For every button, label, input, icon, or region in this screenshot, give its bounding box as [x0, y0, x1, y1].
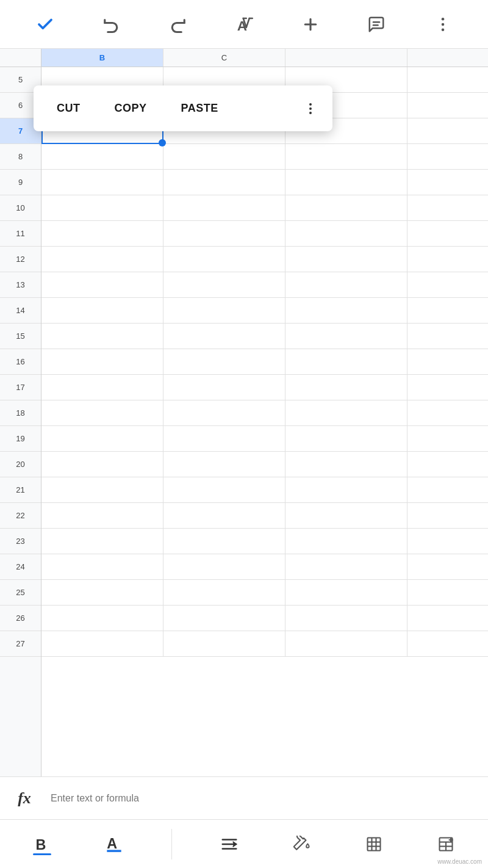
cell-d17[interactable]: [285, 375, 407, 400]
cell-c22[interactable]: [163, 503, 285, 529]
col-header-b[interactable]: B: [41, 49, 163, 67]
cell-b23[interactable]: [41, 529, 163, 554]
row-header-9[interactable]: 9: [0, 170, 41, 195]
row-header-12[interactable]: 12: [0, 247, 41, 272]
cell-c18[interactable]: [163, 400, 285, 426]
cell-d23[interactable]: [285, 529, 407, 554]
cell-b11[interactable]: [41, 221, 163, 247]
cell-d26[interactable]: [285, 606, 407, 631]
cell-c15[interactable]: [163, 324, 285, 349]
cell-e13[interactable]: [407, 272, 488, 298]
cell-e18[interactable]: [407, 400, 488, 426]
cell-d24[interactable]: [285, 554, 407, 580]
row-header-26[interactable]: 26: [0, 606, 41, 631]
cell-d13[interactable]: [285, 272, 407, 298]
cell-b14[interactable]: [41, 298, 163, 324]
cell-b16[interactable]: [41, 349, 163, 375]
row-header-8[interactable]: 8: [0, 144, 41, 170]
formula-input[interactable]: [51, 784, 479, 812]
cell-d12[interactable]: [285, 247, 407, 272]
fill-color-button[interactable]: [287, 831, 317, 858]
cell-c26[interactable]: [163, 606, 285, 631]
cell-c24[interactable]: [163, 554, 285, 580]
cut-button[interactable]: CUT: [40, 90, 98, 127]
row-header-15[interactable]: 15: [0, 324, 41, 349]
copy-button[interactable]: COPY: [98, 90, 164, 127]
cell-c23[interactable]: [163, 529, 285, 554]
cell-c27[interactable]: [163, 631, 285, 657]
cell-d14[interactable]: [285, 298, 407, 324]
text-format-button[interactable]: A: [229, 9, 259, 40]
cell-b24[interactable]: [41, 554, 163, 580]
col-header-d[interactable]: [285, 49, 407, 67]
cell-d9[interactable]: [285, 170, 407, 195]
cell-e7[interactable]: [407, 118, 488, 144]
cell-c14[interactable]: [163, 298, 285, 324]
cell-e9[interactable]: [407, 170, 488, 195]
row-header-11[interactable]: 11: [0, 221, 41, 247]
row-header-18[interactable]: 18: [0, 400, 41, 426]
cell-b9[interactable]: [41, 170, 163, 195]
row-header-14[interactable]: 14: [0, 298, 41, 324]
align-button[interactable]: [214, 830, 245, 858]
cell-e5[interactable]: [407, 67, 488, 93]
selection-handle-br[interactable]: [159, 139, 166, 146]
cell-c17[interactable]: [163, 375, 285, 400]
cell-d16[interactable]: [285, 349, 407, 375]
row-header-10[interactable]: 10: [0, 195, 41, 221]
more-button[interactable]: [428, 9, 458, 40]
cell-e10[interactable]: [407, 195, 488, 221]
cell-e15[interactable]: [407, 324, 488, 349]
row-header-24[interactable]: 24: [0, 554, 41, 580]
cell-d11[interactable]: [285, 221, 407, 247]
cell-e23[interactable]: [407, 529, 488, 554]
cell-e25[interactable]: [407, 580, 488, 606]
column-insert-button[interactable]: [431, 831, 461, 858]
col-header-e[interactable]: [407, 49, 488, 67]
redo-button[interactable]: [162, 9, 193, 40]
cell-b21[interactable]: [41, 477, 163, 503]
cell-d15[interactable]: [285, 324, 407, 349]
cell-e17[interactable]: [407, 375, 488, 400]
cell-e26[interactable]: [407, 606, 488, 631]
cell-c16[interactable]: [163, 349, 285, 375]
cell-c12[interactable]: [163, 247, 285, 272]
cell-c25[interactable]: [163, 580, 285, 606]
row-header-17[interactable]: 17: [0, 375, 41, 400]
cell-d20[interactable]: [285, 452, 407, 477]
cell-c8[interactable]: [163, 144, 285, 170]
cell-c19[interactable]: [163, 426, 285, 452]
cell-b18[interactable]: [41, 400, 163, 426]
cell-b22[interactable]: [41, 503, 163, 529]
cell-d27[interactable]: [285, 631, 407, 657]
row-header-21[interactable]: 21: [0, 477, 41, 503]
cell-c10[interactable]: [163, 195, 285, 221]
cell-c20[interactable]: [163, 452, 285, 477]
check-button[interactable]: [30, 9, 60, 40]
cell-b20[interactable]: [41, 452, 163, 477]
cell-d19[interactable]: [285, 426, 407, 452]
cell-e24[interactable]: [407, 554, 488, 580]
cell-d22[interactable]: [285, 503, 407, 529]
comment-button[interactable]: [361, 9, 392, 40]
col-header-c[interactable]: C: [163, 49, 285, 67]
cell-d21[interactable]: [285, 477, 407, 503]
row-header-25[interactable]: 25: [0, 580, 41, 606]
bold-button[interactable]: B: [27, 831, 57, 858]
row-header-13[interactable]: 13: [0, 272, 41, 298]
context-menu-more-button[interactable]: [295, 95, 326, 122]
cell-e14[interactable]: [407, 298, 488, 324]
font-color-button[interactable]: A: [99, 831, 129, 858]
cell-e20[interactable]: [407, 452, 488, 477]
cell-b26[interactable]: [41, 606, 163, 631]
row-header-20[interactable]: 20: [0, 452, 41, 477]
row-header-16[interactable]: 16: [0, 349, 41, 375]
row-header-22[interactable]: 22: [0, 503, 41, 529]
add-button[interactable]: [295, 9, 326, 40]
cell-d8[interactable]: [285, 144, 407, 170]
cell-e8[interactable]: [407, 144, 488, 170]
cell-b10[interactable]: [41, 195, 163, 221]
cell-b25[interactable]: [41, 580, 163, 606]
cell-d10[interactable]: [285, 195, 407, 221]
cell-b12[interactable]: [41, 247, 163, 272]
